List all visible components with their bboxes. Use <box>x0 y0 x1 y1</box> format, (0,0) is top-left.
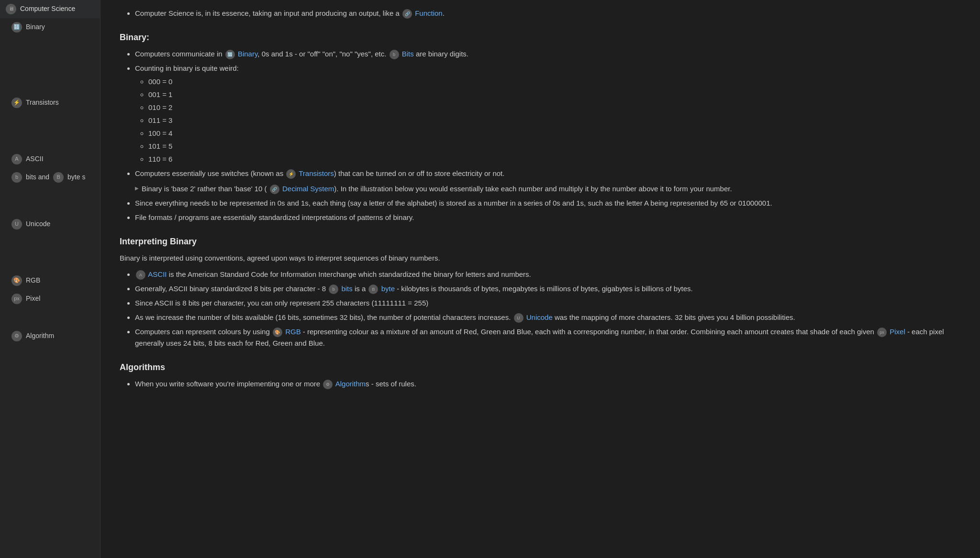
binary-bullet-3: Computers essentially use switches (know… <box>135 168 961 179</box>
interp-bullet-3: Since ASCII is 8 bits per character, you… <box>135 297 961 309</box>
binary-bullets: Computers communicate in 🔢 Binary, 0s an… <box>120 48 961 179</box>
triangle-icon[interactable]: ▶ <box>135 185 139 192</box>
binary-inline-icon: 🔢 <box>225 50 235 59</box>
binary-bullet-5: File formats / programs are essentially … <box>135 212 961 223</box>
sidebar-label-binary: Binary <box>26 22 45 32</box>
transistors-icon: ⚡ <box>11 98 22 108</box>
byte-link[interactable]: byte <box>381 284 395 293</box>
binary-sub-4: 100 = 4 <box>148 128 961 139</box>
sidebar-label-transistors: Transistors <box>26 98 59 108</box>
bits-link[interactable]: Bits <box>402 50 414 58</box>
bits2-inline-icon: b <box>329 284 338 294</box>
collapsible-text: Binary is 'base 2' rather than 'base' 10… <box>142 183 732 195</box>
ascii-icon: A <box>11 154 22 164</box>
sidebar-item-bits-bytes[interactable]: b bits and B byte s <box>0 168 100 186</box>
sidebar-label-bytes: byte s <box>67 173 85 182</box>
binary-sub-1: 001 = 1 <box>148 89 961 100</box>
intro-bullet: Computer Science is, in its essence, tak… <box>135 8 961 19</box>
sidebar-label-algorithm: Algorithm <box>26 331 54 341</box>
interp-bullet-2: Generally, ASCII binary standardized 8 b… <box>135 283 961 295</box>
pixel-link[interactable]: Pixel <box>890 328 905 336</box>
interpreting-binary-intro: Binary is interpreted using conventions,… <box>120 252 961 264</box>
binary-sub-6: 110 = 6 <box>148 153 961 165</box>
unicode-link[interactable]: Unicode <box>526 313 553 321</box>
bits-icon: b <box>11 172 22 183</box>
pixel-icon: px <box>11 294 22 304</box>
binary-bullet-1: Computers communicate in 🔢 Binary, 0s an… <box>135 48 961 60</box>
byte-inline-icon: B <box>368 284 378 294</box>
unicode-icon: U <box>11 219 22 230</box>
binary-sub-5: 101 = 5 <box>148 141 961 152</box>
binary-sub-3: 011 = 3 <box>148 115 961 126</box>
sidebar-item-ascii[interactable]: A ASCII <box>0 150 100 168</box>
binary-bullet-4: Since everything needs to be represented… <box>135 197 961 209</box>
binary-bullet-2: Counting in binary is quite weird: 000 =… <box>135 63 961 165</box>
transistors-inline-icon: ⚡ <box>286 169 296 179</box>
function-icon: 🔗 <box>402 9 412 19</box>
ascii-link[interactable]: ASCII <box>148 270 167 278</box>
interpreting-binary-bullets: A ASCII is the American Standard Code fo… <box>120 269 961 349</box>
interp-bullet-5: Computers can represent colours by using… <box>135 326 961 349</box>
sidebar-label-rgb: RGB <box>26 276 40 285</box>
sidebar-label-pixel: Pixel <box>26 294 40 304</box>
rgb-inline-icon: 🎨 <box>273 328 282 337</box>
algorithm-icon: ⚙ <box>11 331 22 341</box>
algorithm-inline-icon: ⚙ <box>323 380 333 389</box>
rgb-icon: 🎨 <box>11 275 22 286</box>
binary-link[interactable]: Binary <box>238 50 257 58</box>
algorithms-bullets: When you write software you're implement… <box>120 378 961 390</box>
binary-bullets-2: Since everything needs to be represented… <box>120 197 961 223</box>
binary-icon: 🔢 <box>11 22 22 33</box>
sidebar-item-computer-science[interactable]: 🖥 Computer Science <box>0 0 100 18</box>
binary-sublist: 000 = 0 001 = 1 010 = 2 011 = 3 100 = 4 … <box>135 76 961 165</box>
sidebar-label-bits: bits and <box>26 173 49 182</box>
bytes-icon: B <box>53 172 64 183</box>
sidebar-label-computer-science: Computer Science <box>20 4 75 14</box>
bits-inline-icon: b <box>390 50 399 59</box>
transistors-link[interactable]: Transistors <box>299 169 334 177</box>
interpreting-binary-heading: Interpreting Binary <box>120 237 961 247</box>
bits2-link[interactable]: bits <box>341 284 352 293</box>
intro-text-before: Computer Science is, in its essence, tak… <box>135 9 401 17</box>
sidebar-item-transistors[interactable]: ⚡ Transistors <box>0 94 100 112</box>
binary-sub-2: 010 = 2 <box>148 102 961 113</box>
sidebar-item-rgb[interactable]: 🎨 RGB <box>0 272 100 290</box>
sidebar-label-unicode: Unicode <box>26 219 50 229</box>
decimal-link[interactable]: Decimal System <box>282 185 334 193</box>
interp-bullet-1: A ASCII is the American Standard Code fo… <box>135 269 961 280</box>
algorithms-bullet-1: When you write software you're implement… <box>135 378 961 390</box>
algorithm-link[interactable]: Algorithm <box>335 380 366 388</box>
sidebar-item-pixel[interactable]: px Pixel <box>0 290 100 308</box>
main-content: Computer Science is, in its essence, tak… <box>100 0 980 558</box>
interp-bullet-4: As we increase the number of bits availa… <box>135 312 961 323</box>
sidebar-label-ascii: ASCII <box>26 154 44 164</box>
cs-icon: 🖥 <box>6 4 16 14</box>
unicode-inline-icon: U <box>514 313 523 323</box>
algorithms-heading: Algorithms <box>120 362 961 372</box>
decimal-inline-icon: 🔗 <box>270 185 279 194</box>
binary-heading: Binary: <box>120 33 961 43</box>
intro-link[interactable]: Function <box>415 9 443 17</box>
sidebar-item-binary[interactable]: 🔢 Binary <box>0 18 100 36</box>
binary-sub-0: 000 = 0 <box>148 76 961 88</box>
sidebar: 🖥 Computer Science 🔢 Binary ⚡ Transistor… <box>0 0 100 558</box>
ascii-inline-icon: A <box>136 270 145 280</box>
sidebar-item-algorithm[interactable]: ⚙ Algorithm <box>0 327 100 345</box>
pixel-inline-icon: px <box>877 328 887 337</box>
sidebar-item-unicode[interactable]: U Unicode <box>0 215 100 233</box>
binary-collapsible-item: ▶ Binary is 'base 2' rather than 'base' … <box>120 183 961 195</box>
rgb-link[interactable]: RGB <box>285 328 301 336</box>
